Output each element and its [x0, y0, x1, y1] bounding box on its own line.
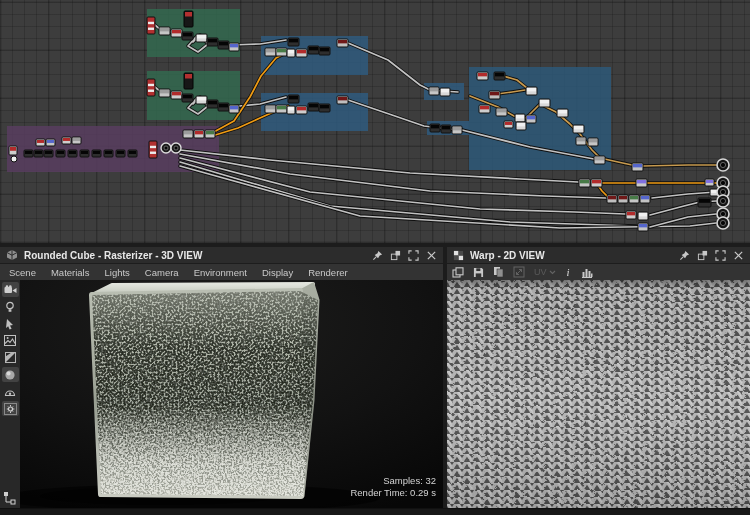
graph-node[interactable] — [557, 109, 568, 117]
graph-node[interactable] — [607, 195, 617, 203]
graph-node[interactable] — [183, 130, 193, 138]
save-icon[interactable] — [473, 267, 484, 278]
graph-node[interactable] — [440, 88, 450, 96]
3d-viewport-render[interactable] — [20, 280, 443, 508]
2d-view-header[interactable]: Warp - 2D VIEW — [447, 247, 750, 264]
graph-node[interactable] — [196, 34, 207, 42]
graph-output-node[interactable] — [717, 195, 729, 207]
graph-node[interactable] — [194, 130, 204, 138]
graph-node[interactable] — [308, 46, 319, 54]
node-graph-canvas[interactable] — [0, 0, 750, 243]
graph-node[interactable] — [516, 122, 526, 130]
dome-light-icon[interactable] — [2, 384, 19, 399]
graph-node[interactable] — [276, 48, 287, 56]
graph-node[interactable] — [638, 212, 648, 220]
graph-node[interactable] — [429, 87, 439, 95]
graph-node[interactable] — [171, 91, 182, 99]
environment-image-icon[interactable] — [2, 333, 19, 348]
camera-icon[interactable] — [2, 282, 19, 297]
graph-node[interactable] — [265, 48, 276, 56]
graph-node[interactable] — [588, 138, 598, 146]
graph-node[interactable] — [430, 124, 440, 132]
graph-node[interactable] — [591, 179, 602, 187]
duplicate-image-icon[interactable] — [452, 267, 464, 278]
information-icon[interactable]: i — [565, 266, 572, 278]
histogram-icon[interactable] — [581, 267, 593, 278]
graph-frame[interactable] — [469, 67, 611, 170]
graph-node[interactable] — [72, 137, 81, 144]
graph-node[interactable] — [319, 47, 330, 55]
graph-node[interactable] — [68, 150, 77, 157]
graph-node[interactable] — [184, 73, 193, 89]
copy-icon[interactable] — [493, 266, 504, 278]
uv-display-dropdown[interactable]: UV — [534, 267, 556, 277]
graph-node[interactable] — [626, 211, 636, 219]
graph-node[interactable] — [632, 163, 643, 171]
render-settings-gear-icon[interactable] — [2, 401, 19, 416]
3d-view-header[interactable]: Rounded Cube - Rasterizer - 3D VIEW — [0, 247, 443, 264]
graph-node[interactable] — [496, 108, 507, 116]
graph-node[interactable] — [159, 89, 170, 97]
graph-output-node[interactable] — [717, 217, 729, 229]
graph-node[interactable] — [526, 87, 537, 95]
graph-node[interactable] — [171, 143, 181, 153]
graph-node[interactable] — [265, 105, 276, 113]
graph-node[interactable] — [479, 105, 490, 113]
graph-node[interactable] — [207, 100, 218, 108]
menu-item-display[interactable]: Display — [262, 267, 293, 278]
transform-tool-icon[interactable] — [513, 266, 525, 278]
menu-item-environment[interactable]: Environment — [194, 267, 247, 278]
node-graph-editor[interactable] — [0, 0, 750, 243]
graph-node[interactable] — [46, 139, 55, 146]
menu-item-lights[interactable]: Lights — [104, 267, 129, 278]
graph-node[interactable] — [287, 49, 295, 57]
graph-node[interactable] — [207, 38, 218, 46]
graph-output-node[interactable] — [717, 159, 729, 171]
graph-node[interactable] — [147, 79, 155, 96]
menu-item-camera[interactable]: Camera — [145, 267, 179, 278]
sphere-shape-icon[interactable] — [2, 367, 19, 382]
graph-node[interactable] — [218, 41, 229, 49]
scene-tree-icon[interactable] — [3, 491, 17, 505]
graph-node[interactable] — [287, 106, 295, 114]
graph-node[interactable] — [337, 39, 348, 47]
graph-node[interactable] — [128, 150, 137, 157]
graph-node[interactable] — [11, 156, 17, 162]
graph-node[interactable] — [182, 32, 193, 40]
graph-node[interactable] — [579, 179, 590, 187]
graph-node[interactable] — [296, 106, 307, 114]
graph-node[interactable] — [92, 150, 101, 157]
graph-node[interactable] — [44, 150, 53, 157]
graph-node[interactable] — [452, 126, 462, 134]
graph-node[interactable] — [618, 195, 628, 203]
graph-node[interactable] — [229, 105, 239, 113]
light-bulb-icon[interactable] — [2, 299, 19, 314]
graph-node[interactable] — [196, 96, 207, 104]
graph-node[interactable] — [489, 91, 500, 99]
graph-node[interactable] — [337, 96, 348, 104]
menu-item-scene[interactable]: Scene — [9, 267, 36, 278]
2d-texture-view[interactable] — [447, 280, 750, 508]
graph-node[interactable] — [636, 179, 647, 187]
graph-node[interactable] — [229, 43, 239, 51]
graph-node[interactable] — [147, 17, 155, 34]
pin-icon[interactable] — [372, 250, 383, 261]
graph-node[interactable] — [159, 27, 170, 35]
graph-node[interactable] — [171, 29, 182, 37]
close-icon[interactable] — [426, 250, 437, 261]
graph-node[interactable] — [698, 198, 711, 207]
graph-node[interactable] — [80, 150, 89, 157]
graph-node[interactable] — [441, 125, 451, 133]
graph-node[interactable] — [36, 139, 45, 146]
graph-node[interactable] — [515, 114, 525, 122]
float-window-icon[interactable] — [390, 250, 401, 261]
material-icon[interactable] — [2, 350, 19, 365]
graph-node[interactable] — [116, 150, 125, 157]
graph-node[interactable] — [308, 103, 319, 111]
maximize-icon[interactable] — [408, 250, 419, 261]
graph-node[interactable] — [539, 99, 550, 107]
graph-node[interactable] — [629, 195, 639, 203]
graph-node[interactable] — [594, 156, 605, 164]
graph-node[interactable] — [319, 104, 330, 112]
graph-node[interactable] — [9, 146, 17, 155]
